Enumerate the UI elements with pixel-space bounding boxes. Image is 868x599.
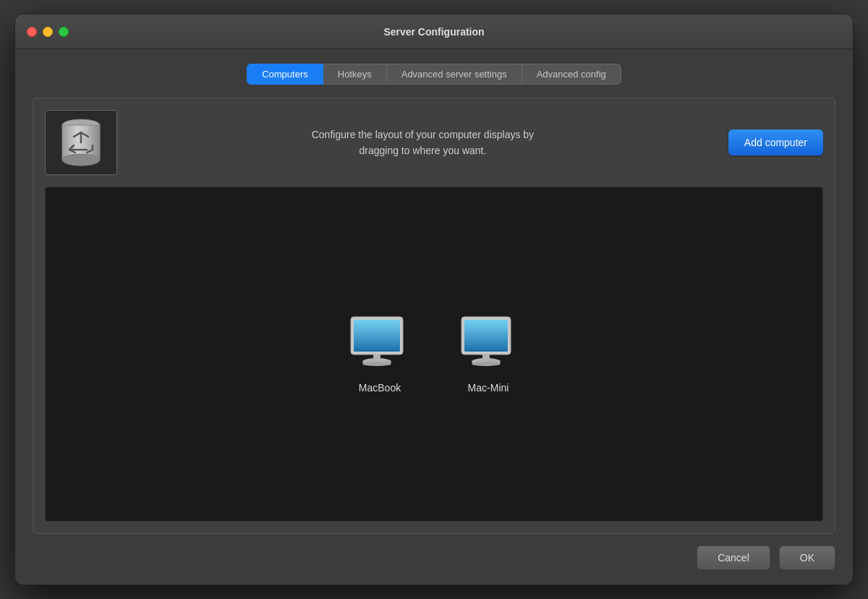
window-title: Server Configuration <box>383 26 484 38</box>
monitor-icon-macbook <box>347 315 412 373</box>
main-content: Computers Hotkeys Advanced server settin… <box>15 49 853 585</box>
cancel-button[interactable]: Cancel <box>697 545 770 570</box>
computer-mac-mini[interactable]: Mac-Mini <box>456 315 521 394</box>
computers-layout: MacBook <box>347 315 521 394</box>
trash-icon <box>58 116 104 169</box>
add-computer-button[interactable]: Add computer <box>728 129 823 156</box>
description-text: Configure the layout of your computer di… <box>132 127 714 159</box>
maximize-button[interactable] <box>59 27 69 37</box>
description-line2: dragging to where you want. <box>359 145 486 156</box>
bottom-bar: Cancel OK <box>33 534 835 570</box>
computer-macbook[interactable]: MacBook <box>347 315 412 394</box>
tab-bar: Computers Hotkeys Advanced server settin… <box>33 64 835 85</box>
titlebar: Server Configuration <box>15 14 853 49</box>
computer-macbook-label: MacBook <box>359 382 401 394</box>
monitor-icon-mac-mini <box>456 315 521 373</box>
tab-advanced-server[interactable]: Advanced server settings <box>387 64 522 85</box>
minimize-button[interactable] <box>43 27 53 37</box>
computer-mac-mini-label: Mac-Mini <box>468 382 509 394</box>
svg-rect-5 <box>354 320 400 352</box>
close-button[interactable] <box>27 27 37 37</box>
tab-computers[interactable]: Computers <box>247 64 323 85</box>
svg-rect-11 <box>464 320 508 352</box>
description-line1: Configure the layout of your computer di… <box>312 129 534 140</box>
canvas-area[interactable]: MacBook <box>45 187 823 522</box>
server-icon-box <box>45 110 117 175</box>
traffic-lights <box>27 27 69 37</box>
main-panel: Configure the layout of your computer di… <box>33 98 835 534</box>
tab-hotkeys[interactable]: Hotkeys <box>323 64 387 85</box>
svg-point-2 <box>62 154 100 166</box>
top-area: Configure the layout of your computer di… <box>45 110 823 175</box>
ok-button[interactable]: OK <box>779 545 835 570</box>
svg-point-14 <box>472 362 501 366</box>
svg-point-8 <box>362 362 391 366</box>
tab-advanced-config[interactable]: Advanced config <box>522 64 621 85</box>
server-configuration-window: Server Configuration Computers Hotkeys A… <box>14 14 854 585</box>
